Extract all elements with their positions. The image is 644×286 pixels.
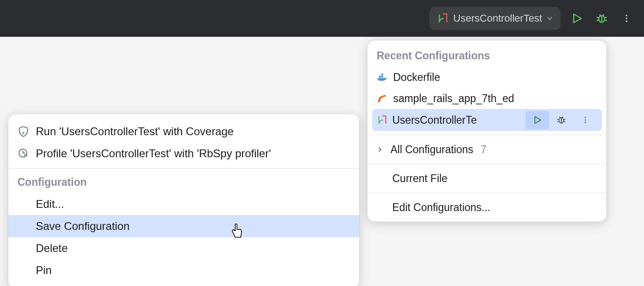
svg-point-10 <box>626 21 627 23</box>
current-file-label: Current File <box>392 172 447 185</box>
svg-rect-11 <box>379 76 381 78</box>
svg-line-7 <box>603 14 604 16</box>
save-configuration-item[interactable]: Save Configuration <box>8 215 359 237</box>
menu-label: Run 'UsersControllerTest' with Coverage <box>36 125 234 138</box>
chevron-right-icon <box>377 146 385 153</box>
svg-point-8 <box>626 15 627 17</box>
all-configs-count: 7 <box>480 143 486 156</box>
divider <box>367 193 606 193</box>
svg-point-16 <box>380 98 381 99</box>
svg-point-27 <box>585 122 586 123</box>
divider <box>367 164 606 164</box>
docker-icon <box>377 72 388 83</box>
edit-configs-label: Edit Configurations... <box>392 201 491 214</box>
svg-line-4 <box>604 17 607 18</box>
svg-line-24 <box>562 117 563 118</box>
menu-label: Edit... <box>36 198 64 211</box>
debug-button[interactable] <box>593 10 610 27</box>
divider <box>367 135 606 135</box>
more-inline-button[interactable] <box>573 111 597 129</box>
svg-rect-12 <box>381 76 383 78</box>
all-configurations-item[interactable]: All Configurations 7 <box>367 139 606 160</box>
coverage-shield-icon <box>17 126 29 137</box>
menu-label: Save Configuration <box>36 220 130 233</box>
svg-line-5 <box>604 20 607 21</box>
rails-test-icon <box>377 114 388 126</box>
menu-label: Delete <box>36 242 68 255</box>
config-label: Dockerfile <box>393 71 440 84</box>
menu-label: Pin <box>36 264 52 277</box>
more-actions-button[interactable] <box>618 10 635 27</box>
edit-item[interactable]: Edit... <box>8 193 359 215</box>
config-label: sample_rails_app_7th_ed <box>393 92 514 105</box>
run-inline-button[interactable] <box>525 111 549 129</box>
rails-icon <box>377 93 388 104</box>
rails-test-icon <box>437 12 449 24</box>
edit-configurations-item[interactable]: Edit Configurations... <box>367 197 606 218</box>
pin-item[interactable]: Pin <box>8 259 359 281</box>
svg-point-9 <box>626 17 627 19</box>
config-item-rails-app[interactable]: sample_rails_app_7th_ed <box>367 88 606 109</box>
run-config-dropdown-panel: Recent Configurations Dockerfile sample_… <box>367 40 606 222</box>
run-config-label: UsersControllerTest <box>453 12 542 24</box>
configuration-section-header: Configuration <box>8 172 359 193</box>
svg-line-20 <box>557 121 559 122</box>
menu-label: Profile 'UsersControllerTest' with 'RbSp… <box>36 147 271 160</box>
config-item-users-test[interactable]: UsersControllerTe <box>372 109 602 131</box>
svg-line-19 <box>557 119 559 120</box>
profile-item[interactable]: Profile 'UsersControllerTest' with 'RbSp… <box>8 143 359 165</box>
svg-point-15 <box>382 96 383 97</box>
delete-item[interactable]: Delete <box>8 237 359 259</box>
main-toolbar: UsersControllerTest <box>0 0 644 37</box>
svg-point-14 <box>384 95 385 96</box>
divider <box>8 168 359 169</box>
profiler-clock-icon <box>17 148 29 160</box>
context-menu-panel: Run 'UsersControllerTest' with Coverage … <box>8 114 359 286</box>
chevron-down-icon <box>547 15 553 22</box>
svg-line-22 <box>564 121 565 122</box>
svg-line-21 <box>564 119 565 120</box>
svg-line-23 <box>559 117 560 118</box>
config-item-dockerfile[interactable]: Dockerfile <box>367 67 606 88</box>
current-file-item[interactable]: Current File <box>367 168 606 189</box>
svg-point-25 <box>585 117 586 118</box>
run-button[interactable] <box>569 10 585 27</box>
run-with-coverage-item[interactable]: Run 'UsersControllerTest' with Coverage <box>8 120 359 143</box>
svg-line-3 <box>597 20 599 21</box>
svg-rect-13 <box>381 74 383 75</box>
recent-configs-header: Recent Configurations <box>367 46 606 67</box>
config-label: UsersControllerTe <box>392 114 477 126</box>
svg-point-26 <box>585 120 586 121</box>
svg-line-2 <box>597 17 599 18</box>
svg-line-6 <box>599 14 601 16</box>
all-configs-label: All Configurations <box>390 143 473 156</box>
run-config-selector[interactable]: UsersControllerTest <box>429 7 560 30</box>
debug-inline-button[interactable] <box>549 111 573 129</box>
